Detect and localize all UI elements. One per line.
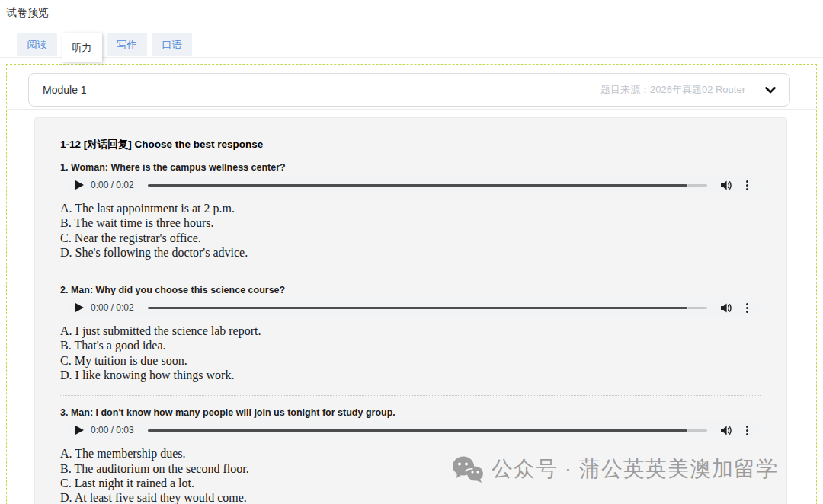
audio-progress-elapsed — [148, 429, 688, 432]
option-line: C. Near the registrar's office. — [60, 231, 761, 245]
questions-list: 1. Woman: Where is the campus wellness c… — [60, 162, 761, 504]
play-icon[interactable] — [75, 180, 84, 190]
tab-writing[interactable]: 写作 — [107, 33, 147, 56]
volume-icon[interactable] — [721, 303, 732, 313]
audio-progress-bar[interactable] — [148, 184, 707, 187]
play-icon[interactable] — [75, 303, 84, 312]
question-block: 1. Woman: Where is the campus wellness c… — [60, 162, 761, 260]
audio-player[interactable]: 0:00 / 0:02 — [68, 176, 761, 194]
option-line: A. The last appointment is at 2 p.m. — [60, 201, 761, 215]
audio-time: 0:00 / 0:03 — [91, 425, 134, 435]
volume-icon[interactable] — [721, 426, 732, 435]
question-block: 2. Man: Why did you choose this science … — [60, 273, 761, 382]
options-list: A. The membership dues.B. The auditorium… — [60, 446, 761, 504]
audio-menu-icon[interactable] — [745, 301, 750, 314]
option-line: C. My tuition is due soon. — [60, 353, 761, 368]
question-stem: 3. Man: I don't know how many people wil… — [60, 407, 761, 419]
page-title: 试卷预览 — [6, 6, 49, 18]
tab-reading[interactable]: 阅读 — [17, 33, 57, 56]
audio-menu-icon[interactable] — [745, 179, 750, 192]
option-line: C. Last night it rained a lot. — [60, 476, 761, 490]
question-block: 3. Man: I don't know how many people wil… — [60, 395, 761, 504]
play-icon[interactable] — [75, 426, 84, 435]
question-panel: 1-12 [对话回复] Choose the best response 1. … — [34, 117, 787, 504]
audio-progress-remaining — [687, 307, 707, 309]
volume-icon[interactable] — [721, 180, 732, 190]
chevron-down-icon[interactable] — [765, 87, 776, 94]
audio-progress-remaining — [687, 429, 707, 432]
tab-speaking[interactable]: 口语 — [152, 33, 192, 56]
audio-progress-bar[interactable] — [148, 429, 707, 432]
question-source-label: 题目来源： — [600, 84, 650, 95]
audio-player[interactable]: 0:00 / 0:03 — [68, 421, 761, 439]
module-collapse-header[interactable]: Module 1 题目来源：2026年真题02 Router — [28, 73, 790, 107]
options-list: A. The last appointment is at 2 p.m.B. T… — [60, 201, 761, 260]
question-stem: 1. Woman: Where is the campus wellness c… — [60, 162, 761, 174]
exam-content-region: Module 1 题目来源：2026年真题02 Router 1-12 [对话回… — [6, 64, 817, 504]
module-header-row: Module 1 题目来源：2026年真题02 Router — [28, 73, 795, 107]
module-divider — [7, 109, 816, 110]
audio-time: 0:00 / 0:02 — [91, 180, 134, 190]
audio-progress-bar[interactable] — [148, 307, 707, 309]
section-heading: 1-12 [对话回复] Choose the best response — [60, 138, 761, 152]
option-line: B. That's a good idea. — [60, 338, 761, 352]
page-header: 试卷预览 — [0, 0, 823, 27]
audio-menu-icon[interactable] — [745, 424, 750, 437]
audio-progress-elapsed — [148, 307, 688, 309]
question-separator — [60, 395, 761, 396]
question-source: 题目来源：2026年真题02 Router — [600, 83, 745, 97]
question-separator — [60, 273, 761, 273]
option-line: A. The membership dues. — [60, 446, 761, 461]
tab-strip: 阅读 听力 写作 口语 — [0, 27, 823, 58]
module-title: Module 1 — [43, 84, 87, 96]
options-list: A. I just submitted the science lab repo… — [60, 324, 761, 382]
audio-player[interactable]: 0:00 / 0:02 — [68, 298, 761, 317]
question-stem: 2. Man: Why did you choose this science … — [60, 285, 761, 296]
option-line: B. The auditorium on the second floor. — [60, 461, 761, 476]
option-line: B. The wait time is three hours. — [60, 215, 761, 230]
option-line: D. At least five said they would come. — [60, 490, 761, 504]
tab-listening[interactable]: 听力 — [62, 33, 102, 62]
audio-progress-remaining — [687, 184, 707, 187]
option-line: A. I just submitted the science lab repo… — [60, 324, 761, 338]
audio-time: 0:00 / 0:02 — [91, 302, 134, 313]
option-line: D. I like knowing how things work. — [60, 368, 761, 382]
audio-progress-elapsed — [148, 184, 688, 187]
question-source-value: 2026年真题02 Router — [650, 84, 745, 95]
option-line: D. She's following the doctor's advice. — [60, 245, 761, 260]
